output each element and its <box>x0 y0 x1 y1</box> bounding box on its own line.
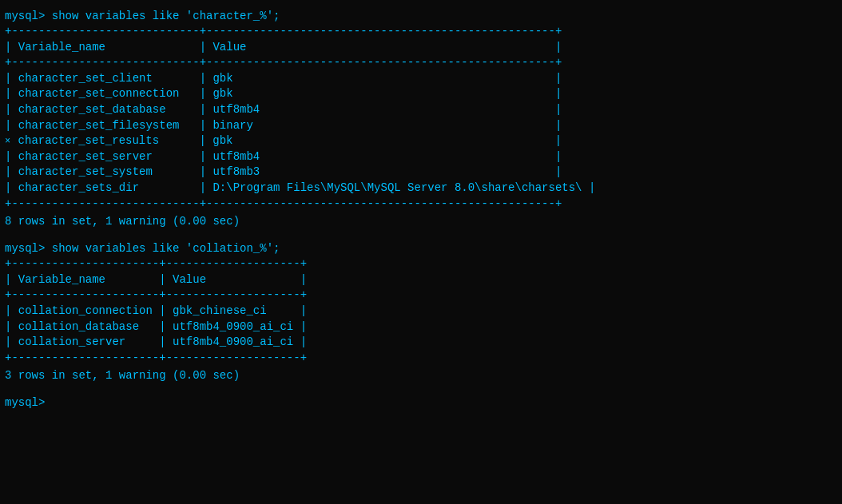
table2-row: | collation_connection | gbk_chinese_ci … <box>5 304 837 319</box>
table2-row: | collation_server | utf8mb4_0900_ai_ci … <box>5 335 837 351</box>
table-top-border: +----------------------------+----------… <box>5 24 837 40</box>
table-row: | character_set_filesystem | binary | <box>5 118 837 134</box>
table2-mid-border: +----------------------+----------------… <box>5 288 837 304</box>
table-row-text: character_set_results | gbk | <box>11 133 562 149</box>
table-row: | character_set_system | utf8mb3 | <box>5 165 837 181</box>
table-row: | character_set_database | utf8mb4 | <box>5 102 837 118</box>
table-row: | character_set_server | utf8mb4 | <box>5 149 837 165</box>
table2-bottom-border: +----------------------+----------------… <box>5 351 837 367</box>
table2-header-row: | Variable_name | Value | <box>5 272 837 288</box>
result-line-1: 8 rows in set, 1 warning (0.00 sec) <box>5 215 837 228</box>
blank-line <box>5 231 837 242</box>
table-character: +----------------------------+----------… <box>5 24 837 212</box>
prompt-line-2: mysql> show variables like 'collation_%'… <box>5 242 837 255</box>
table-row: | character_set_connection | gbk | <box>5 86 837 102</box>
cursor-prompt[interactable]: mysql> <box>5 396 837 409</box>
table-collation: +----------------------+----------------… <box>5 256 837 366</box>
table2-top-border: +----------------------+----------------… <box>5 256 837 272</box>
prompt-line-1: mysql> show variables like 'character_%'… <box>5 10 837 22</box>
table-header-row: | Variable_name | Value | <box>5 40 837 56</box>
blank-line-2 <box>5 385 837 396</box>
terminal: mysql> show variables like 'character_%'… <box>3 6 839 504</box>
table-mid-border: +----------------------------+----------… <box>5 55 837 71</box>
table-bottom-border: +----------------------------+----------… <box>5 196 837 212</box>
table2-row: | collation_database | utf8mb4_0900_ai_c… <box>5 319 837 335</box>
x-marker: × <box>5 135 10 149</box>
result-line-2: 3 rows in set, 1 warning (0.00 sec) <box>5 369 837 382</box>
table-row: | character_set_client | gbk | <box>5 71 837 87</box>
table-row: | character_sets_dir | D:\Program Files\… <box>5 181 837 196</box>
table-row-results: × character_set_results | gbk | <box>5 133 837 149</box>
